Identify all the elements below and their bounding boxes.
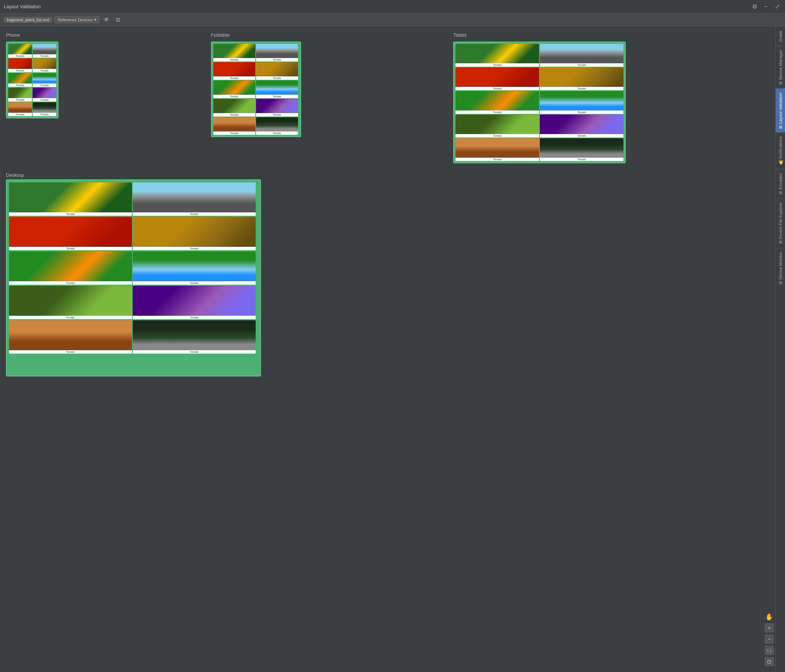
card-row: TomatoTomato	[8, 73, 56, 87]
content-area: Phone TomatoTomatoTomatoTomatoTomatoToma…	[0, 26, 775, 672]
sidebar-tab-grade[interactable]: Grade	[776, 26, 785, 46]
app-title: Layout Validation	[4, 4, 41, 9]
desktop-preview: TomatoTomatoTomatoTomatoTomatoTomatoToma…	[6, 179, 261, 376]
plant-card[interactable]: Tomato	[256, 117, 298, 135]
title-bar: Layout Validation ⚙ − ⤢	[0, 0, 785, 14]
card-row: TomatoTomato	[455, 115, 624, 137]
settings-button[interactable]: ⚙	[751, 3, 759, 11]
tablet-section: Tablet TomatoTomatoTomatoTomatoTomatoTom…	[453, 32, 769, 163]
plant-card[interactable]: Tomato	[133, 320, 256, 354]
notifications-label: Notifications	[778, 136, 783, 159]
plant-card[interactable]: Tomato	[9, 286, 132, 319]
plant-card[interactable]: Tomato	[8, 44, 32, 58]
fit-screen-button[interactable]: ⊡	[765, 657, 774, 666]
card-row: TomatoTomato	[9, 320, 258, 354]
plant-card[interactable]: Tomato	[213, 62, 255, 80]
card-row: TomatoTomato	[213, 62, 299, 80]
plant-card[interactable]: Tomato	[8, 58, 32, 72]
device-monitor-icon: ⊞	[778, 281, 783, 284]
plant-card[interactable]: Tomato	[540, 138, 624, 161]
foldable-section: Foldable TomatoTomatoTomatoTomatoTomatoT…	[211, 32, 445, 163]
title-bar-left: Layout Validation	[4, 4, 41, 9]
plant-card[interactable]: Tomato	[8, 73, 32, 87]
card-row: TomatoTomato	[455, 91, 624, 114]
plant-card[interactable]: Tomato	[540, 67, 624, 90]
device-selector-dropdown[interactable]: Reference Devices ▾	[54, 16, 100, 23]
plant-card[interactable]: Tomato	[540, 44, 624, 67]
plant-card[interactable]: Tomato	[256, 44, 298, 61]
right-sidebar: Grade ⊞ Device Manager ⊞ Layout Validati…	[775, 26, 785, 672]
card-row: TomatoTomato	[455, 67, 624, 90]
sidebar-tab-layout-validation[interactable]: ⊞ Layout Validation	[776, 89, 785, 133]
eye-icon[interactable]: 👁	[102, 16, 111, 24]
desktop-label: Desktop	[6, 172, 769, 178]
plant-card[interactable]: Tomato	[133, 182, 256, 216]
card-row: TomatoTomato	[213, 81, 299, 98]
plant-card[interactable]: Tomato	[33, 102, 56, 116]
plant-card[interactable]: Tomato	[540, 115, 624, 137]
card-row: TomatoTomato	[8, 88, 56, 101]
device-file-explorer-icon: ⊞	[778, 241, 783, 244]
plant-card[interactable]: Tomato	[9, 320, 132, 354]
sidebar-tab-notifications[interactable]: 🔔 Notifications	[776, 132, 785, 169]
phone-preview: TomatoTomatoTomatoTomatoTomatoTomatoToma…	[6, 42, 58, 118]
sidebar-tab-emulator[interactable]: ⊞ Emulator	[776, 169, 785, 198]
layout-validation-icon: ⊞	[778, 125, 783, 128]
plant-card[interactable]: Tomato	[33, 44, 56, 58]
main-layout: Phone TomatoTomatoTomatoTomatoTomatoToma…	[0, 26, 785, 672]
foldable-label: Foldable	[211, 32, 445, 38]
plant-card[interactable]: Tomato	[540, 91, 624, 114]
plant-card[interactable]: Tomato	[455, 67, 539, 90]
plant-card[interactable]: Tomato	[256, 99, 298, 117]
bottom-toolbar: ✋ + − 1:1 ⊡	[765, 613, 774, 666]
title-bar-right: ⚙ − ⤢	[751, 3, 781, 11]
phone-label: Phone	[6, 32, 202, 38]
hand-tool-button[interactable]: ✋	[765, 613, 773, 621]
plant-card[interactable]: Tomato	[455, 115, 539, 137]
plant-card[interactable]: Tomato	[9, 217, 132, 250]
chevron-down-icon: ▾	[94, 17, 96, 22]
copy-icon[interactable]: ⧉	[113, 16, 122, 24]
plant-card[interactable]: Tomato	[455, 91, 539, 114]
phone-section: Phone TomatoTomatoTomatoTomatoTomatoToma…	[6, 32, 202, 163]
plant-card[interactable]: Tomato	[133, 217, 256, 250]
sidebar-tab-device-file-explorer[interactable]: ⊞ Device File Explorer	[776, 198, 785, 248]
plant-card[interactable]: Tomato	[8, 88, 32, 101]
device-monitor-label: Device Monitor	[778, 252, 783, 279]
plant-card[interactable]: Tomato	[256, 81, 298, 98]
minimize-button[interactable]: −	[762, 3, 770, 11]
plant-card[interactable]: Tomato	[256, 62, 298, 80]
sidebar-tab-device-monitor[interactable]: ⊞ Device Monitor	[776, 248, 785, 288]
card-row: TomatoTomato	[9, 217, 258, 250]
plant-card[interactable]: Tomato	[213, 81, 255, 98]
toolbar: fragment_plant_list.xml Reference Device…	[0, 14, 785, 26]
file-chip[interactable]: fragment_plant_list.xml	[4, 17, 52, 23]
plant-card[interactable]: Tomato	[213, 117, 255, 135]
plant-card[interactable]: Tomato	[455, 138, 539, 161]
plant-card[interactable]: Tomato	[133, 251, 256, 285]
plant-card[interactable]: Tomato	[8, 102, 32, 116]
plant-card[interactable]: Tomato	[33, 58, 56, 72]
card-row: TomatoTomato	[213, 117, 299, 135]
zoom-reset-button[interactable]: 1:1	[765, 646, 774, 655]
desktop-section: Desktop TomatoTomatoTomatoTomatoTomatoTo…	[6, 172, 769, 376]
plant-card[interactable]: Tomato	[133, 286, 256, 319]
drag-button[interactable]: ⤢	[773, 3, 781, 11]
plant-card[interactable]: Tomato	[9, 182, 132, 216]
plant-card[interactable]: Tomato	[33, 88, 56, 101]
plant-card[interactable]: Tomato	[33, 73, 56, 87]
notifications-icon: 🔔	[778, 160, 783, 165]
card-row: TomatoTomato	[8, 102, 56, 116]
device-file-explorer-label: Device File Explorer	[778, 202, 783, 239]
layout-validation-label: Layout Validation	[778, 92, 783, 124]
sidebar-tab-device-manager[interactable]: ⊞ Device Manager	[776, 46, 785, 89]
device-manager-icon: ⊞	[778, 81, 783, 85]
plant-card[interactable]: Tomato	[9, 251, 132, 285]
plant-card[interactable]: Tomato	[213, 99, 255, 117]
card-row: TomatoTomato	[9, 286, 258, 319]
zoom-out-button[interactable]: −	[765, 635, 774, 644]
plant-card[interactable]: Tomato	[213, 44, 255, 61]
card-row: TomatoTomato	[9, 182, 258, 216]
plant-card[interactable]: Tomato	[455, 44, 539, 67]
zoom-in-button[interactable]: +	[765, 623, 774, 632]
